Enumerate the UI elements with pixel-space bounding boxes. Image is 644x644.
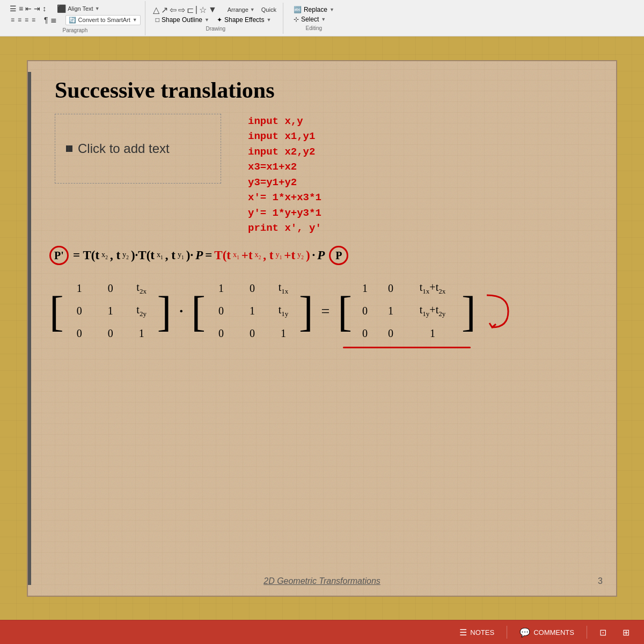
arrange-button[interactable]: Arrange ▼ (225, 5, 257, 14)
matrix2-wrapper: [ 1 0 t1x 0 1 t1y 0 0 1 ] (191, 279, 313, 344)
formula-p1: )· (186, 248, 193, 262)
slide-footer: 2D Geometric Transformations (264, 576, 380, 586)
pseudocode-line4: x3=x1+x2 (248, 159, 595, 175)
arrow-shape-icon[interactable]: ↗ (161, 5, 168, 15)
red-curved-arrow-svg (481, 290, 514, 333)
select-dropdown: ▼ (321, 17, 326, 22)
mr-r1c1: 1 (362, 282, 368, 295)
matrix-equals: = (321, 303, 330, 320)
bullet-item: Click to add text (66, 141, 170, 156)
paragraph-row2: ≡ ≡ ≡ ≡ ¶ ≣ 🔄 Convert to SmartArt ▼ (10, 15, 141, 25)
paragraph-group: ☰ ≡ ⇤ ⇥ ↕ ⬛ Align Text ▼ ≡ ≡ ≡ ≡ ¶ ≣ (5, 1, 145, 35)
formula-comma1: , t (110, 248, 120, 262)
list-icon2[interactable]: ≣ (50, 16, 57, 24)
arrow-left-icon[interactable]: ⇦ (170, 5, 177, 15)
sub-y1: y1 (178, 250, 184, 260)
matrix2-bracket-left: [ (191, 290, 206, 333)
chevron-shape-icon[interactable]: ⊏ (187, 5, 194, 15)
align-justify-icon[interactable]: ≡ (31, 16, 36, 24)
view-button1[interactable]: ⊡ (595, 625, 610, 640)
convert-smartart-button[interactable]: 🔄 Convert to SmartArt ▼ (65, 15, 141, 25)
matrix-result-bracket-right: ] (462, 290, 476, 333)
quick-styles-button[interactable]: Quick (259, 5, 279, 14)
mr-r2c1: 0 (362, 305, 368, 317)
pseudocode-line8: print x', y' (248, 221, 595, 236)
indent-decrease-icon[interactable]: ⇤ (25, 4, 32, 13)
paragraph-row1: ☰ ≡ ⇤ ⇥ ↕ ⬛ Align Text ▼ (10, 3, 141, 14)
replace-dropdown: ▼ (330, 7, 334, 12)
smartart-icon: 🔄 (69, 17, 76, 24)
slide-title: Successive translations (55, 77, 595, 103)
mr-r2c2: 1 (388, 305, 393, 317)
arrow-right-icon[interactable]: ⇨ (178, 5, 185, 15)
m2-r1c3: t1x (279, 281, 289, 296)
mr-r1c3: t1x+t2x (420, 281, 445, 296)
matrix-result-bracket-left: [ (338, 290, 352, 333)
align-left-icon[interactable]: ≡ (10, 16, 16, 24)
replace-button[interactable]: 🔤 Replace ▼ (291, 5, 337, 14)
formula-T-red: T(t (214, 248, 231, 262)
shape-effects-icon: ✦ (217, 16, 222, 24)
slide: Successive translations Click to add tex… (27, 60, 617, 597)
bullet-square-icon (66, 145, 72, 152)
mr-r3c2: 0 (388, 327, 393, 340)
align-right-icon[interactable]: ≡ (24, 16, 30, 24)
view-icon2: ⊞ (623, 627, 630, 638)
dot-multiply-sign: · (179, 303, 183, 320)
arrange-dropdown-icon: ▼ (250, 7, 255, 12)
dropdown-shapes-icon[interactable]: ▼ (208, 5, 217, 15)
align-center-icon[interactable]: ≡ (17, 16, 23, 24)
m2-r3c2: 0 (250, 327, 255, 340)
matrix1-bracket-left: [ (49, 290, 64, 333)
list-numbered-icon[interactable]: ≡ (19, 4, 23, 13)
indent-increase-icon[interactable]: ⇥ (34, 4, 40, 13)
notes-button[interactable]: ☰ NOTES (455, 625, 499, 640)
pseudocode-line3: input x2,y2 (248, 144, 595, 160)
star-shape-icon[interactable]: ☆ (199, 5, 207, 15)
comments-button[interactable]: 💬 COMMENTS (515, 625, 579, 640)
formula-comma-red: , t (263, 248, 273, 262)
matrix-result-grid: 1 0 t1x+t2x 0 1 t1y+t2y 0 0 1 (354, 279, 459, 344)
content-area: Successive translations Click to add tex… (0, 36, 644, 620)
mr-r1c2: 0 (388, 282, 393, 295)
matrix1-grid: 1 0 t2x 0 1 t2y 0 0 1 (66, 279, 155, 344)
status-divider2 (587, 626, 587, 639)
pseudocode-line6: x'= 1*x+x3*1 (248, 190, 595, 206)
matrix1-bracket-right: ] (157, 290, 172, 333)
triangle-shape-icon[interactable]: △ (153, 5, 159, 15)
editing-group: 🔤 Replace ▼ ⊹ Select ▼ Editing (287, 3, 341, 33)
m2-r2c3: t1y (279, 304, 289, 318)
shape-effects-button[interactable]: ✦ Shape Effects ▼ (214, 15, 274, 25)
left-panel: Click to add text (55, 114, 237, 236)
formula-equals1: = T(t (73, 248, 99, 262)
paragraph-direction-icon[interactable]: ¶ (44, 16, 48, 24)
m2-r3c1: 0 (218, 327, 224, 340)
bracket-icon[interactable]: | (195, 5, 197, 15)
m1-r1c1: 1 (77, 282, 82, 295)
text-placeholder-box[interactable]: Click to add text (55, 114, 221, 184)
line-spacing-icon[interactable]: ↕ (42, 4, 46, 13)
sub-x2-red: x2 (255, 250, 261, 260)
align-text-button[interactable]: ⬛ Align Text ▼ (55, 3, 101, 14)
right-panel: input x,y input x1,y1 input x2,y2 x3=x1+… (248, 114, 595, 236)
select-icon: ⊹ (294, 16, 299, 23)
comments-label: COMMENTS (533, 628, 574, 636)
sub-x1: x1 (157, 250, 163, 260)
smartart-dropdown-icon: ▼ (133, 17, 137, 23)
view-icon1: ⊡ (599, 627, 606, 638)
view-button2[interactable]: ⊞ (618, 625, 633, 640)
slide-accent-bar (28, 72, 31, 585)
formula-P2: P (317, 248, 325, 262)
statusbar: ☰ NOTES 💬 COMMENTS ⊡ ⊞ (0, 620, 644, 644)
shape-outline-button[interactable]: □ Shape Outline ▼ (153, 15, 212, 25)
status-divider1 (507, 626, 507, 639)
sub-y2: y2 (122, 250, 129, 260)
m2-r1c1: 1 (218, 282, 224, 295)
shape-symbols-group: △ ↗ ⇦ ⇨ ⊏ | ☆ ▼ (153, 5, 217, 15)
notes-icon: ☰ (459, 627, 467, 638)
formula-row: P' = T(t x2 , t y2 )·T(t x1 , t y1 )· P … (49, 246, 595, 265)
list-bullets-icon[interactable]: ☰ (10, 4, 17, 13)
select-button[interactable]: ⊹ Select ▼ (291, 14, 337, 24)
formula-dot2: · (312, 248, 316, 262)
circle-p-right: P (329, 246, 348, 265)
